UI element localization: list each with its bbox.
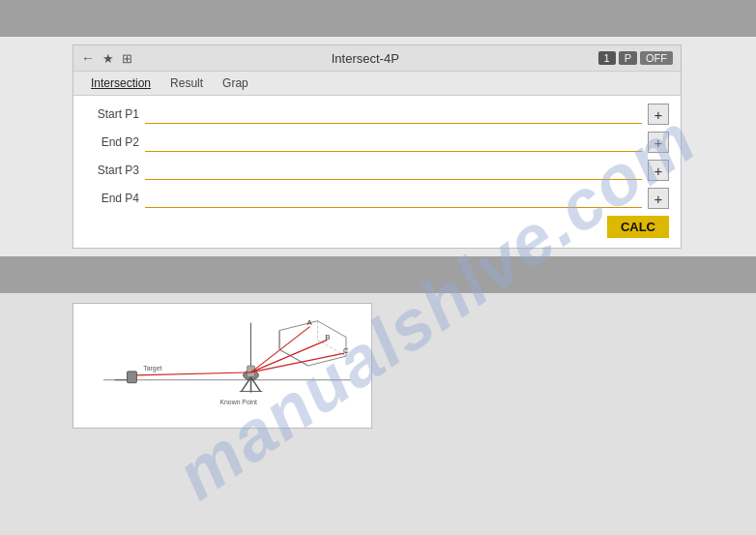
label-known-point: Known Point — [219, 399, 257, 405]
plus-btn-p4[interactable]: + — [648, 188, 669, 209]
page-layout: ← ★ ⊞ Intersect-4P 1 P OFF Intersection … — [0, 0, 756, 535]
plus-btn-p3[interactable]: + — [648, 160, 669, 181]
input-end-p4[interactable] — [145, 189, 642, 208]
badge-1: 1 — [598, 51, 616, 65]
illustration-svg: Known Point Target A B C — [73, 304, 371, 428]
badge-p: P — [619, 51, 637, 65]
label-c: C — [343, 346, 349, 355]
widget-tabs: Intersection Result Grap — [73, 72, 681, 96]
label-start-p3: Start P3 — [85, 163, 145, 177]
widget-box: ← ★ ⊞ Intersect-4P 1 P OFF Intersection … — [73, 45, 682, 249]
mid-section-bar — [0, 256, 756, 293]
bottom-content-section: Known Point Target A B C — [0, 293, 756, 535]
label-target: Target — [143, 365, 161, 372]
form-row-start-p1: Start P1 + — [85, 104, 669, 125]
label-end-p4: End P4 — [85, 192, 145, 205]
badge-off: OFF — [640, 51, 673, 65]
tab-result[interactable]: Result — [160, 72, 213, 95]
calc-button[interactable]: CALC — [607, 216, 669, 238]
label-a: A — [307, 318, 313, 327]
svg-rect-0 — [74, 304, 369, 428]
star-icon[interactable]: ★ — [102, 51, 114, 66]
top-section-bar — [0, 0, 756, 37]
tab-grap[interactable]: Grap — [213, 72, 258, 95]
label-start-p1: Start P1 — [85, 107, 145, 121]
back-icon[interactable]: ← — [81, 50, 95, 66]
tab-intersection[interactable]: Intersection — [81, 72, 160, 95]
top-content-section: ← ★ ⊞ Intersect-4P 1 P OFF Intersection … — [0, 37, 756, 256]
calc-row: CALC — [85, 216, 669, 238]
input-start-p1[interactable] — [145, 104, 642, 124]
form-row-end-p4: End P4 + — [85, 188, 669, 209]
input-start-p3[interactable] — [145, 161, 642, 180]
label-end-p2: End P2 — [85, 135, 145, 149]
svg-rect-9 — [128, 372, 137, 383]
layers-icon[interactable]: ⊞ — [122, 51, 132, 66]
form-row-start-p3: Start P3 + — [85, 160, 669, 181]
widget-topbar: ← ★ ⊞ Intersect-4P 1 P OFF — [73, 45, 681, 72]
badge-group: 1 P OFF — [598, 51, 673, 65]
form-row-end-p2: End P2 + — [85, 132, 669, 153]
widget-title: Intersect-4P — [140, 51, 591, 66]
illustration-box: Known Point Target A B C — [73, 303, 372, 429]
widget-form: Start P1 + End P2 + Start P3 + End P4 — [73, 96, 681, 248]
plus-btn-p1[interactable]: + — [648, 104, 669, 125]
plus-btn-p2[interactable]: + — [648, 132, 669, 153]
input-end-p2[interactable] — [145, 133, 642, 152]
